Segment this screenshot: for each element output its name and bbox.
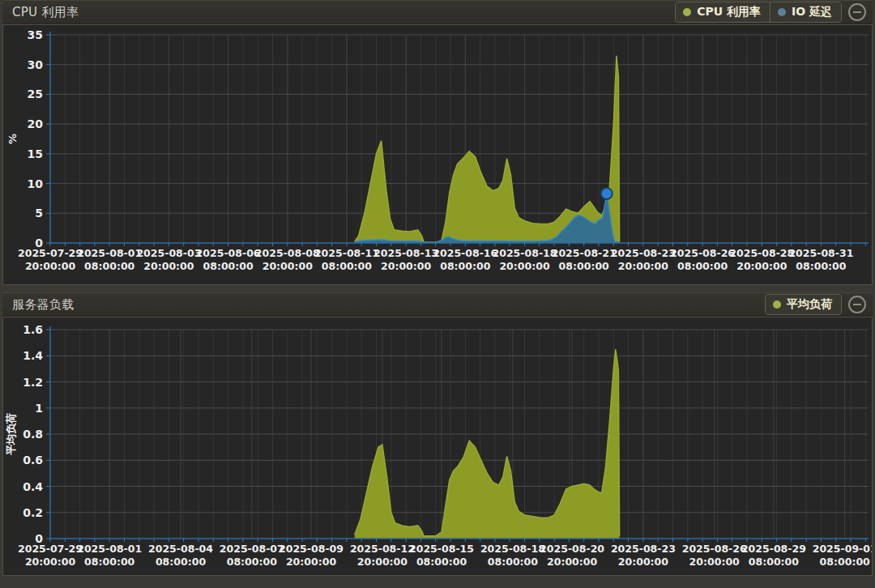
- x-tick-label: 2025-08-0408:00:00: [148, 543, 213, 568]
- server-load-panel: 服务器负载 平均负荷 00.20.40.60.811.21.41.62025-0…: [2, 292, 873, 576]
- io-delay-marker: [601, 188, 612, 199]
- x-tick-label: 2025-08-1108:00:00: [314, 247, 379, 272]
- y-tick-label: 25: [28, 87, 43, 100]
- cpu-panel-collapse-button[interactable]: [848, 3, 866, 21]
- server-load-panel-collapse-button[interactable]: [848, 296, 866, 313]
- x-tick-label: 2025-08-2608:00:00: [670, 247, 735, 272]
- server-load-panel-tools: 平均负荷: [765, 294, 866, 315]
- legend-item-io-delay[interactable]: IO 延迟: [770, 2, 841, 22]
- x-tick-label: 2025-08-1820:00:00: [493, 247, 557, 272]
- cpu-usage-series-dot: [683, 8, 691, 16]
- y-tick-label: 1.4: [23, 349, 43, 362]
- x-tick-label: 2025-08-2320:00:00: [611, 247, 676, 272]
- y-tick-label: 10: [28, 177, 44, 190]
- x-tick-label: 2025-08-2108:00:00: [552, 247, 617, 272]
- plot-background: [3, 25, 872, 284]
- y-tick-label: 1.2: [23, 376, 43, 389]
- x-tick-label: 2025-08-0608:00:00: [196, 247, 261, 272]
- x-tick-label: 2025-08-1608:00:00: [433, 247, 497, 272]
- load-average-series-dot: [773, 300, 781, 309]
- server-load-chart-svg: 00.20.40.60.811.21.41.62025-07-2920:00:0…: [3, 317, 872, 575]
- x-tick-label: 2025-08-1508:00:00: [409, 543, 474, 568]
- y-tick-label: 0.4: [23, 480, 43, 493]
- minus-icon: [853, 304, 861, 305]
- y-tick-label: 1.6: [23, 323, 43, 336]
- y-tick-label: 1: [35, 402, 43, 415]
- x-tick-label: 2025-07-2920:00:00: [18, 543, 83, 568]
- page: CPU 利用率 CPU 利用率 IO 延迟 0510152: [0, 0, 875, 576]
- x-tick-label: 2025-08-2620:00:00: [682, 543, 747, 568]
- cpu-chart-svg: 051015202530352025-07-2920:00:002025-08-…: [3, 25, 872, 284]
- x-tick-label: 2025-08-1220:00:00: [350, 543, 415, 568]
- x-tick-label: 2025-08-0708:00:00: [220, 543, 284, 568]
- minus-icon: [853, 11, 861, 13]
- y-tick-label: 30: [28, 58, 44, 71]
- legend-label-io-delay: IO 延迟: [792, 5, 832, 19]
- x-tick-label: 2025-08-2908:00:00: [741, 543, 806, 568]
- x-tick-label: 2025-07-2920:00:00: [18, 247, 83, 272]
- x-tick-label: 2025-08-0920:00:00: [279, 543, 344, 568]
- y-axis-title: %: [6, 134, 19, 144]
- cpu-chart-canvas: 051015202530352025-07-2920:00:002025-08-…: [2, 24, 873, 285]
- server-load-legend: 平均负荷: [765, 294, 842, 315]
- legend-item-cpu-usage[interactable]: CPU 利用率: [676, 2, 770, 22]
- legend-item-load-average[interactable]: 平均负荷: [766, 295, 841, 314]
- x-tick-label: 2025-08-1320:00:00: [373, 247, 438, 272]
- server-load-chart-canvas: 00.20.40.60.811.21.41.62025-07-2920:00:0…: [2, 317, 873, 576]
- cpu-panel-tools: CPU 利用率 IO 延迟: [675, 2, 866, 23]
- x-tick-label: 2025-08-2020:00:00: [540, 543, 604, 568]
- y-tick-label: 5: [35, 207, 43, 219]
- y-tick-label: 20: [28, 117, 44, 130]
- cpu-panel-title: CPU 利用率: [12, 5, 79, 20]
- cpu-panel-header: CPU 利用率 CPU 利用率 IO 延迟: [2, 0, 873, 24]
- server-load-panel-title: 服务器负载: [12, 297, 75, 313]
- y-tick-label: 0.8: [23, 428, 43, 441]
- x-tick-label: 2025-08-1808:00:00: [480, 543, 545, 568]
- x-tick-label: 2025-08-0320:00:00: [136, 247, 201, 272]
- y-tick-label: 0.2: [23, 506, 43, 519]
- x-tick-label: 2025-08-0108:00:00: [77, 543, 142, 568]
- x-tick-label: 2025-08-3108:00:00: [788, 247, 853, 272]
- y-tick-label: 15: [28, 147, 43, 160]
- x-tick-label: 2025-09-0108:00:00: [813, 543, 873, 568]
- x-tick-label: 2025-08-2820:00:00: [729, 247, 794, 272]
- legend-label-load-average: 平均负荷: [787, 297, 832, 311]
- legend-label-cpu-usage: CPU 利用率: [697, 5, 761, 19]
- x-tick-label: 2025-08-0820:00:00: [255, 247, 320, 272]
- y-tick-label: 35: [28, 28, 43, 41]
- y-axis-title: 平均负荷: [5, 413, 17, 455]
- io-delay-series-dot: [778, 8, 786, 16]
- y-tick-label: 0.6: [23, 454, 43, 467]
- x-tick-label: 2025-08-2320:00:00: [611, 543, 676, 568]
- x-tick-label: 2025-08-0108:00:00: [77, 247, 142, 272]
- server-load-panel-header: 服务器负载 平均负荷: [2, 292, 873, 317]
- cpu-panel: CPU 利用率 CPU 利用率 IO 延迟 0510152: [2, 0, 873, 285]
- cpu-legend: CPU 利用率 IO 延迟: [675, 2, 842, 23]
